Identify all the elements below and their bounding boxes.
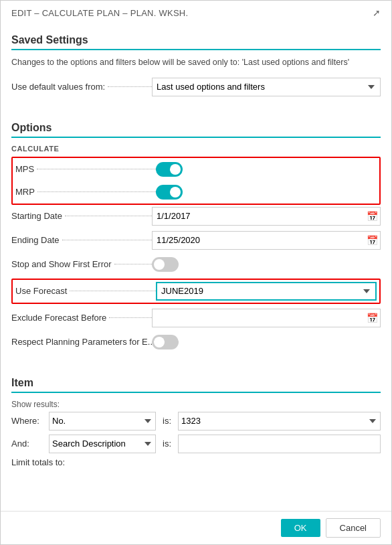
exclude-forecast-dots [109, 317, 152, 318]
where-is-label: is: [160, 416, 174, 426]
use-default-control: Last used options and filters [152, 78, 381, 96]
options-title: Options [11, 122, 381, 134]
and-value-input[interactable] [178, 435, 381, 453]
respect-planning-toggle[interactable] [152, 335, 179, 349]
respect-planning-label: Respect Planning Parameters for E... [11, 337, 155, 347]
exclude-forecast-calendar-icon[interactable]: 📅 [367, 313, 378, 323]
stop-error-dots [114, 264, 152, 264]
modal-body: Saved Settings Changes to the options an… [1, 23, 391, 511]
and-select[interactable]: Search Description [49, 435, 156, 453]
respect-planning-label-group: Respect Planning Parameters for E... [11, 337, 152, 347]
stop-error-label: Stop and Show First Error [11, 259, 112, 269]
mps-toggle-container [156, 162, 377, 177]
use-forecast-label-group: Use Forecast [15, 286, 156, 296]
ending-date-label: Ending Date [11, 235, 60, 245]
stop-error-toggle[interactable] [152, 257, 179, 272]
starting-date-input-wrap: 📅 [152, 207, 381, 226]
starting-date-control: 📅 [152, 207, 381, 226]
exclude-forecast-label: Exclude Forecast Before [11, 313, 106, 323]
starting-date-input[interactable] [152, 207, 381, 226]
mrp-slider [156, 185, 183, 200]
use-forecast-dots [70, 291, 156, 291]
mrp-dots [37, 191, 156, 192]
mps-row: MPS [15, 159, 377, 179]
use-default-select[interactable]: Last used options and filters [152, 78, 381, 96]
respect-planning-row: Respect Planning Parameters for E... [11, 332, 381, 352]
where-value-select[interactable]: 1323 [178, 412, 381, 431]
mrp-label-group: MRP [15, 187, 156, 197]
use-default-label-group: Use default values from: [11, 82, 152, 92]
use-forecast-highlight: Use Forecast JUNE2019 [11, 279, 381, 304]
calculate-label: CALCULATE [11, 145, 381, 153]
ending-date-input[interactable] [152, 231, 381, 250]
stop-error-toggle-container [152, 257, 381, 272]
mrp-toggle[interactable] [156, 185, 183, 200]
mps-label: MPS [15, 164, 34, 174]
ending-date-input-wrap: 📅 [152, 231, 381, 250]
item-title: Item [11, 377, 381, 389]
where-filter-row: Where: No. is: 1323 [11, 412, 381, 431]
ending-date-row: Ending Date 📅 [11, 230, 381, 250]
saved-settings-title: Saved Settings [11, 34, 381, 46]
modal-title: EDIT – CALCULATE PLAN – PLAN. WKSH. [11, 8, 188, 18]
exclude-forecast-input[interactable] [152, 309, 381, 327]
respect-planning-toggle-container [152, 335, 381, 349]
respect-planning-slider [152, 335, 179, 349]
starting-date-label: Starting Date [11, 211, 62, 221]
use-default-label: Use default values from: [11, 82, 105, 92]
starting-date-calendar-icon[interactable]: 📅 [367, 211, 378, 222]
and-filter-row: And: Search Description is: [11, 435, 381, 453]
mps-label-group: MPS [15, 164, 156, 174]
and-is-label: is: [160, 439, 174, 449]
use-default-dots [108, 86, 152, 87]
ending-date-label-group: Ending Date [11, 235, 152, 245]
mrp-row: MRP [15, 182, 377, 202]
starting-date-row: Starting Date 📅 [11, 206, 381, 226]
and-label: And: [11, 439, 45, 449]
stop-error-row: Stop and Show First Error [11, 254, 381, 275]
limit-totals-label: Limit totals to: [11, 457, 381, 467]
cancel-button[interactable]: Cancel [326, 518, 381, 538]
exclude-forecast-control: 📅 [152, 309, 381, 327]
use-forecast-control: JUNE2019 [156, 282, 377, 301]
starting-date-label-group: Starting Date [11, 211, 152, 221]
ok-button[interactable]: OK [281, 519, 320, 537]
use-forecast-label: Use Forecast [15, 286, 67, 296]
modal-container: EDIT – CALCULATE PLAN – PLAN. WKSH. ➚ Sa… [0, 0, 392, 545]
use-default-row: Use default values from: Last used optio… [11, 77, 381, 97]
where-label: Where: [11, 416, 45, 426]
show-results-label: Show results: [11, 400, 381, 409]
mps-slider [156, 162, 183, 177]
use-forecast-row: Use Forecast JUNE2019 [15, 281, 377, 301]
exclude-forecast-row: Exclude Forecast Before 📅 [11, 308, 381, 328]
mps-mrp-highlight: MPS MRP [11, 157, 381, 205]
item-divider [11, 392, 381, 393]
mrp-label: MRP [15, 187, 35, 197]
modal-header: EDIT – CALCULATE PLAN – PLAN. WKSH. ➚ [1, 1, 391, 23]
options-divider [11, 137, 381, 138]
starting-date-dots [65, 216, 152, 216]
stop-error-label-group: Stop and Show First Error [11, 259, 152, 269]
mrp-toggle-container [156, 185, 377, 200]
use-forecast-select[interactable]: JUNE2019 [156, 282, 377, 301]
stop-error-slider [152, 257, 179, 272]
mps-toggle[interactable] [156, 162, 183, 177]
exclude-forecast-label-group: Exclude Forecast Before [11, 313, 152, 323]
where-select[interactable]: No. [49, 412, 156, 431]
ending-date-calendar-icon[interactable]: 📅 [367, 235, 378, 246]
modal-footer: OK Cancel [1, 511, 391, 544]
ending-date-control: 📅 [152, 231, 381, 250]
expand-icon[interactable]: ➚ [373, 7, 381, 18]
exclude-forecast-input-wrap: 📅 [152, 309, 381, 327]
ending-date-dots [62, 240, 152, 240]
mps-dots [37, 169, 156, 169]
saved-settings-divider [11, 49, 381, 50]
info-text: Changes to the options and filters below… [11, 57, 381, 69]
